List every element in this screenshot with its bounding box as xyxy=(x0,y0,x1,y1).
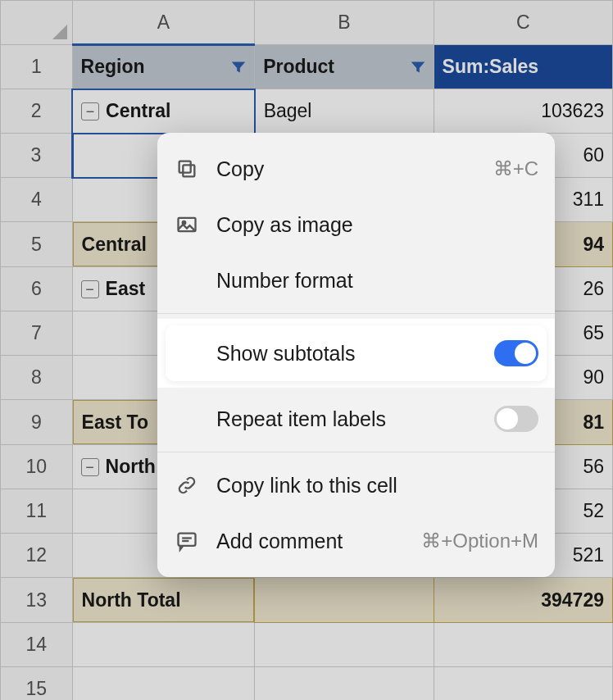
pivot-header-sum-sales[interactable]: Sum:Sales xyxy=(434,45,612,89)
menu-copy-image-label: Copy as image xyxy=(216,213,538,237)
cell-a15[interactable] xyxy=(72,667,255,701)
menu-copy-link[interactable]: Copy link to this cell xyxy=(157,457,555,513)
cell-b13[interactable] xyxy=(255,578,434,623)
menu-divider xyxy=(157,313,555,314)
svg-rect-0 xyxy=(183,165,194,176)
menu-copy[interactable]: Copy ⌘+C xyxy=(157,141,555,197)
row-header-2[interactable]: 2 xyxy=(1,89,73,134)
svg-rect-4 xyxy=(179,534,196,546)
toggle-show-subtotals[interactable] xyxy=(494,340,538,366)
cell-a14[interactable] xyxy=(72,623,255,667)
cell-a2[interactable]: − Central xyxy=(72,89,255,134)
column-header-b[interactable]: B xyxy=(255,1,434,45)
cell-c14[interactable] xyxy=(434,623,612,667)
pivot-header-region-label: Region xyxy=(81,56,145,77)
row-header-14[interactable]: 14 xyxy=(1,623,73,667)
menu-repeat-labels[interactable]: Repeat item labels xyxy=(157,391,555,447)
menu-repeat-labels-label: Repeat item labels xyxy=(216,407,476,431)
collapse-icon[interactable]: − xyxy=(81,280,99,298)
pivot-header-row: 1 Region Product Sum:Sales xyxy=(1,45,613,89)
row-header-11[interactable]: 11 xyxy=(1,489,73,534)
row-header-12[interactable]: 12 xyxy=(1,534,73,578)
row-header-5[interactable]: 5 xyxy=(1,222,73,267)
link-icon xyxy=(175,474,198,497)
pivot-header-region[interactable]: Region xyxy=(72,45,255,89)
row-header-3[interactable]: 3 xyxy=(1,134,73,178)
data-row: 15 xyxy=(1,667,613,701)
menu-number-format[interactable]: Number format xyxy=(157,252,555,308)
region-label: North xyxy=(106,456,156,478)
column-header-row: A B C xyxy=(1,1,613,45)
filter-icon[interactable] xyxy=(229,58,247,76)
menu-show-subtotals[interactable]: Show subtotals xyxy=(166,325,547,381)
svg-rect-1 xyxy=(179,161,191,173)
row-header-7[interactable]: 7 xyxy=(1,311,73,356)
cell-b15[interactable] xyxy=(255,667,434,701)
column-header-a[interactable]: A xyxy=(72,1,255,45)
collapse-icon[interactable]: − xyxy=(81,458,99,476)
row-header-15[interactable]: 15 xyxy=(1,667,73,701)
highlight-band: Show subtotals xyxy=(157,319,555,388)
collapse-icon[interactable]: − xyxy=(81,102,99,120)
row-header-1[interactable]: 1 xyxy=(1,45,73,89)
row-header-8[interactable]: 8 xyxy=(1,356,73,400)
data-row: 2 − Central Bagel 103623 xyxy=(1,89,613,134)
menu-copy-link-label: Copy link to this cell xyxy=(216,474,538,498)
menu-show-subtotals-label: Show subtotals xyxy=(216,342,476,366)
row-header-6[interactable]: 6 xyxy=(1,267,73,311)
cell-c13[interactable]: 394729 xyxy=(434,578,612,623)
row-header-10[interactable]: 10 xyxy=(1,445,73,489)
row-header-13[interactable]: 13 xyxy=(1,578,73,623)
menu-add-comment-label: Add comment xyxy=(216,530,403,553)
menu-number-format-label: Number format xyxy=(216,269,538,293)
toggle-repeat-labels[interactable] xyxy=(494,406,538,432)
region-label: East xyxy=(106,278,146,300)
region-label: Central xyxy=(106,100,170,122)
subtotal-row-north: 13 North Total 394729 xyxy=(1,578,613,623)
row-header-4[interactable]: 4 xyxy=(1,178,73,222)
context-menu: Copy ⌘+C Copy as image Number format Sho… xyxy=(157,133,555,577)
image-icon xyxy=(175,213,198,236)
column-header-c[interactable]: C xyxy=(434,1,612,45)
menu-copy-as-image[interactable]: Copy as image xyxy=(157,197,555,252)
menu-add-comment[interactable]: Add comment ⌘+Option+M xyxy=(157,513,555,569)
row-header-9[interactable]: 9 xyxy=(1,400,73,445)
menu-divider xyxy=(157,452,555,452)
cell-b2[interactable]: Bagel xyxy=(255,89,434,134)
cell-c15[interactable] xyxy=(434,667,612,701)
cell-c2[interactable]: 103623 xyxy=(434,89,612,134)
menu-copy-shortcut: ⌘+C xyxy=(493,157,538,180)
cell-a13[interactable]: North Total xyxy=(73,578,255,622)
cell-b14[interactable] xyxy=(255,623,434,667)
blank-icon xyxy=(175,407,198,430)
blank-icon xyxy=(175,269,198,292)
blank-icon xyxy=(175,342,198,365)
filter-icon[interactable] xyxy=(409,58,427,76)
data-row: 14 xyxy=(1,623,613,667)
menu-add-comment-shortcut: ⌘+Option+M xyxy=(421,530,538,552)
pivot-header-product-label: Product xyxy=(263,56,334,77)
copy-icon xyxy=(175,157,198,180)
comment-icon xyxy=(175,530,198,552)
pivot-header-product[interactable]: Product xyxy=(255,45,434,89)
select-all-corner[interactable] xyxy=(1,1,73,45)
menu-copy-label: Copy xyxy=(216,157,475,181)
